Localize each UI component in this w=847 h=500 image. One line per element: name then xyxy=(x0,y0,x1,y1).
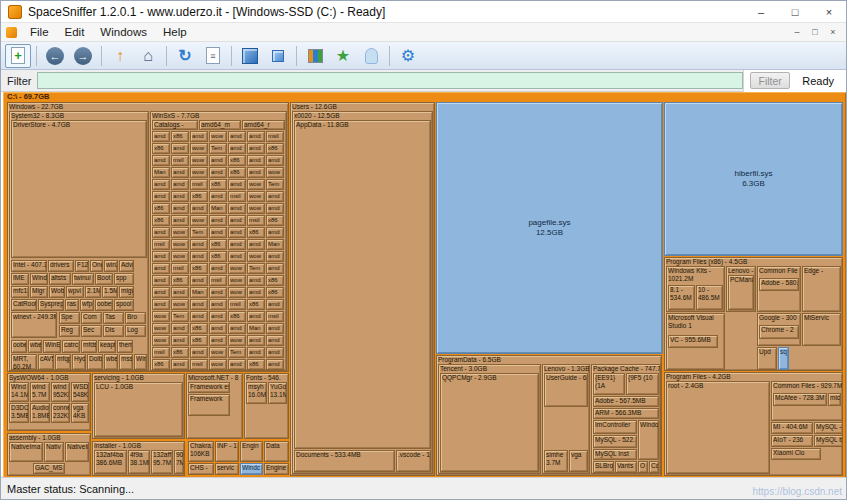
treemap-block-winsxs-cell[interactable]: amd xyxy=(228,359,246,370)
configure-button[interactable]: ⚙ xyxy=(395,44,421,68)
treemap-block-winsxs-cell[interactable]: amd xyxy=(247,335,265,346)
treemap-block-winsxs-cell[interactable]: x86 xyxy=(171,275,189,286)
treemap-block-winsxs-cell[interactable]: x86 xyxy=(247,359,265,370)
treemap-block-winsxs-cell[interactable]: Tem xyxy=(266,179,284,190)
treemap-block-winsxs-cell[interactable]: amd xyxy=(209,227,227,238)
treemap-block-winsxs-cell[interactable]: wow xyxy=(228,263,246,274)
treemap-block-bro[interactable]: Bro xyxy=(125,312,146,324)
treemap-block-winsxs-cell[interactable]: msil xyxy=(190,179,208,190)
treemap-block-winsxs-cell[interactable]: amd xyxy=(247,131,265,142)
treemap-block-winsxs-cell[interactable]: x86 xyxy=(190,191,208,202)
treemap-block-winsxs-cell[interactable]: amd xyxy=(171,335,189,346)
treemap-block-pagefile-sys[interactable]: pagefile.sys12.5GB xyxy=(436,102,663,354)
treemap-block-ee91-1a[interactable]: {EE91}(1A xyxy=(593,373,625,395)
treemap-block-wsda-548kb[interactable]: WSDA 548KB xyxy=(71,382,89,402)
treemap-block-vants[interactable]: Vants xyxy=(615,461,637,473)
home-button[interactable]: ⌂ xyxy=(135,44,161,68)
treemap-block-spool[interactable]: spool xyxy=(114,299,134,311)
treemap-block-mi-404-6m[interactable]: MI - 404.6M xyxy=(771,422,813,434)
treemap-block-catrc[interactable]: catrc xyxy=(62,340,80,353)
treemap-block-yugo-13-1m[interactable]: YuGo 13.1M xyxy=(268,382,287,404)
treemap-block-aiot-236[interactable]: AIoT - 236 xyxy=(771,435,813,447)
treemap-block-winsxs-cell[interactable]: amd xyxy=(228,227,246,238)
treemap-block-wint[interactable]: Wint xyxy=(134,354,147,370)
treemap-block-winsxs-cell[interactable]: amd xyxy=(209,335,227,346)
treemap-block-nativeima[interactable]: NativeIma xyxy=(9,442,43,462)
treemap-block-winsxs-cell[interactable]: x86 xyxy=(266,287,284,298)
treemap-block-9f5-10[interactable]: {9F5 (10 xyxy=(626,373,659,395)
treemap-block-winsxs-cell[interactable]: amd xyxy=(209,215,227,226)
treemap-block-winsxs-cell[interactable]: amd xyxy=(152,155,170,166)
treemap-block-winsxs-cell[interactable]: amd xyxy=(247,275,265,286)
treemap-block-winsxs-cell[interactable]: msil xyxy=(247,215,265,226)
treemap-block-micr[interactable]: micr xyxy=(828,393,841,406)
treemap-block-spe[interactable]: Spe xyxy=(59,312,80,324)
treemap-block-simhe-3-7m[interactable]: simhe 3.7M xyxy=(544,450,568,472)
close-button[interactable]: × xyxy=(812,1,846,23)
treemap-block-132af4ba-386-6mb[interactable]: 132af4ba 386.6MB xyxy=(94,450,127,474)
treemap-block-winsxs-cell[interactable]: amd xyxy=(190,299,208,310)
treemap-block-ras[interactable]: ras xyxy=(65,299,79,311)
treemap-block-catroot[interactable]: CatRoot xyxy=(11,299,37,311)
treemap-block-winsxs-cell[interactable]: amd xyxy=(171,215,189,226)
treemap-block-winsxs-cell[interactable]: amd xyxy=(152,227,170,238)
treemap-block-winsxs-cell[interactable]: wow xyxy=(152,335,170,346)
treemap-block-winsxs-cell[interactable]: msil xyxy=(266,311,284,322)
treemap-block-winsxs-cell[interactable]: amd xyxy=(171,287,189,298)
treemap-block-driverstore[interactable]: DriverStore - 4.7GB xyxy=(11,120,147,258)
treemap-block-conne-232kb[interactable]: conne 232KB xyxy=(51,403,70,423)
treemap-block-win3[interactable]: win3 xyxy=(104,260,118,272)
treemap-block-winevt-249-3m[interactable]: winevt - 249.3M xyxy=(11,312,57,338)
treemap-block-amd64-m[interactable]: amd64_m xyxy=(199,120,241,130)
treemap-block-data[interactable]: Data xyxy=(264,441,289,462)
treemap-block-10-486-5m[interactable]: 10 - 486.5M xyxy=(696,285,723,310)
treemap-block-winsxs-cell[interactable]: msil xyxy=(152,239,170,250)
treemap-block-winsxs-cell[interactable]: amd xyxy=(247,155,265,166)
treemap-block-framework-ess[interactable]: Framework ess xyxy=(188,382,230,393)
treemap-block-wfp[interactable]: wfp xyxy=(80,299,94,311)
treemap-block-winsxs-cell[interactable]: amd xyxy=(228,251,246,262)
treemap-block-vga-4kb[interactable]: vga 4KB xyxy=(71,403,89,423)
treemap-block-winsxs-cell[interactable]: Man xyxy=(247,323,265,334)
treemap-block-winsxs-cell[interactable]: x86 xyxy=(266,143,284,154)
treemap-block-root-folder[interactable]: root - 2.4GB xyxy=(666,381,770,474)
treemap-block-winsxs-cell[interactable]: x86 xyxy=(190,263,208,274)
forward-button[interactable]: → xyxy=(70,44,96,68)
treemap-block-winsxs-cell[interactable]: amd xyxy=(171,191,189,202)
star-button[interactable]: ★ xyxy=(330,44,356,68)
treemap-block-winsxs-cell[interactable]: amd xyxy=(247,287,265,298)
treemap-block-dis[interactable]: Dis xyxy=(103,325,124,337)
filter-apply-button[interactable]: Filter xyxy=(750,72,790,89)
treemap-block-winsxs-cell[interactable]: amd xyxy=(266,203,284,214)
menu-item-edit[interactable]: Edit xyxy=(57,24,93,40)
more-detail-button[interactable] xyxy=(265,44,291,68)
treemap-block-winsxs-cell[interactable]: amd xyxy=(152,275,170,286)
treemap-block-vga[interactable]: vga xyxy=(569,450,588,472)
treemap-block-4f9a-38-1mb[interactable]: 4f9a 38.1MB xyxy=(128,450,150,474)
treemap-block-winsxs-cell[interactable]: amd xyxy=(171,143,189,154)
mdi-restore-button[interactable]: □ xyxy=(806,25,824,40)
treemap-block-winsxs-cell[interactable]: wow xyxy=(209,359,227,370)
treemap-block-winsxs-cell[interactable]: msil xyxy=(152,347,170,358)
treemap-block-winsxs-cell[interactable]: wow xyxy=(152,311,170,322)
treemap-block-qqpcmgr[interactable]: QQPCMgr - 2.9GB xyxy=(440,373,539,472)
treemap-block-winsxs-cell[interactable]: x86 xyxy=(152,203,170,214)
treemap-block-upd[interactable]: Upd xyxy=(757,347,777,370)
treemap-block-mysql-3[interactable]: MySQL - 3 xyxy=(814,422,843,434)
treemap-block-winsxs-cell[interactable]: amd xyxy=(171,359,189,370)
treemap-block-winsxs-cell[interactable]: x86 xyxy=(152,215,170,226)
treemap-block-vc-955-6mb[interactable]: VC - 955.6MB xyxy=(668,335,718,348)
treemap-block-miservice[interactable]: MiServic xyxy=(802,313,841,346)
treemap-block-winsxs-cell[interactable]: amd xyxy=(266,335,284,346)
treemap-block-lcu[interactable]: LCU - 1.0GB xyxy=(94,382,183,437)
treemap-block-winsxs-cell[interactable]: Man xyxy=(190,287,208,298)
treemap-block-winsxs-cell[interactable]: amd xyxy=(209,311,227,322)
treemap-block-sec[interactable]: Sec xyxy=(81,325,102,337)
mdi-minimize-button[interactable]: – xyxy=(788,25,806,40)
treemap-block-winsxs-cell[interactable]: amd xyxy=(266,347,284,358)
treemap-block-winsxs-cell[interactable]: x86 xyxy=(152,143,170,154)
treemap-block-winsxs-cell[interactable]: x86 xyxy=(247,227,265,238)
treemap-block-winsxs-cell[interactable]: amd xyxy=(190,239,208,250)
treemap-block-winsxs-cell[interactable]: x86 xyxy=(171,347,189,358)
treemap-block-winsxs-cell[interactable]: amd xyxy=(152,191,170,202)
